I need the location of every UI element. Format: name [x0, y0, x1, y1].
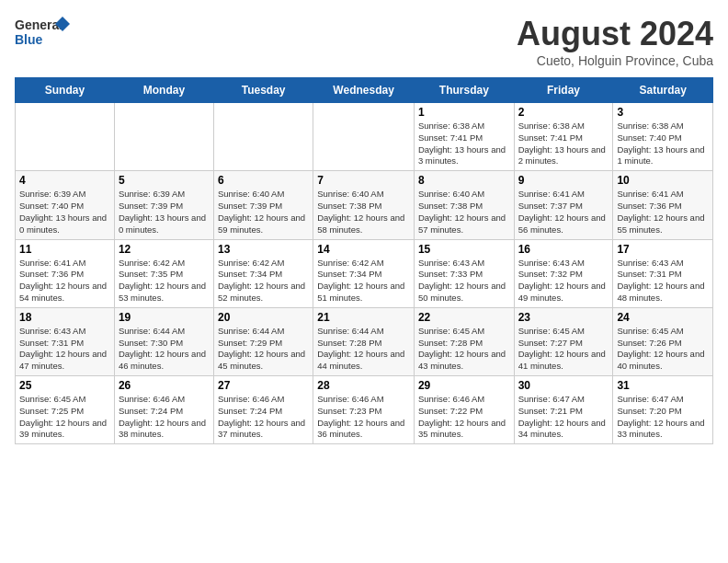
calendar-cell: 23Sunrise: 6:45 AMSunset: 7:27 PMDayligh… — [514, 307, 613, 375]
cell-info: Sunrise: 6:47 AMSunset: 7:20 PMDaylight:… — [617, 394, 709, 441]
calendar-cell: 1Sunrise: 6:38 AMSunset: 7:41 PMDaylight… — [414, 103, 514, 171]
calendar-cell — [16, 103, 115, 171]
day-number: 1 — [418, 106, 510, 119]
calendar-cell: 16Sunrise: 6:43 AMSunset: 7:32 PMDayligh… — [514, 239, 613, 307]
day-number: 5 — [119, 174, 210, 187]
calendar-cell: 26Sunrise: 6:46 AMSunset: 7:24 PMDayligh… — [114, 376, 213, 444]
cell-info: Sunrise: 6:39 AMSunset: 7:39 PMDaylight:… — [119, 189, 210, 236]
calendar-cell: 17Sunrise: 6:43 AMSunset: 7:31 PMDayligh… — [613, 239, 713, 307]
day-header-wednesday: Wednesday — [313, 78, 415, 103]
cell-info: Sunrise: 6:38 AMSunset: 7:41 PMDaylight:… — [418, 121, 510, 167]
day-number: 10 — [617, 174, 709, 187]
day-number: 20 — [218, 311, 309, 324]
logo: GeneralBlue — [15, 15, 70, 48]
calendar-cell: 21Sunrise: 6:44 AMSunset: 7:28 PMDayligh… — [313, 307, 415, 375]
calendar-cell: 18Sunrise: 6:43 AMSunset: 7:31 PMDayligh… — [16, 307, 115, 375]
day-number: 13 — [218, 243, 309, 256]
cell-info: Sunrise: 6:42 AMSunset: 7:34 PMDaylight:… — [317, 258, 410, 304]
calendar-cell — [114, 103, 213, 171]
day-number: 30 — [518, 379, 609, 392]
cell-info: Sunrise: 6:38 AMSunset: 7:40 PMDaylight:… — [617, 121, 709, 167]
cell-info: Sunrise: 6:46 AMSunset: 7:24 PMDaylight:… — [119, 394, 210, 441]
cell-info: Sunrise: 6:45 AMSunset: 7:28 PMDaylight:… — [418, 326, 510, 373]
calendar-cell: 29Sunrise: 6:46 AMSunset: 7:22 PMDayligh… — [414, 376, 514, 444]
calendar-cell: 14Sunrise: 6:42 AMSunset: 7:34 PMDayligh… — [313, 239, 415, 307]
day-number: 16 — [518, 243, 609, 256]
calendar-cell: 22Sunrise: 6:45 AMSunset: 7:28 PMDayligh… — [414, 307, 514, 375]
title-area: August 2024 Cueto, Holguin Province, Cub… — [517, 15, 713, 68]
calendar-cell: 12Sunrise: 6:42 AMSunset: 7:35 PMDayligh… — [114, 239, 213, 307]
day-header-sunday: Sunday — [16, 78, 115, 103]
cell-info: Sunrise: 6:45 AMSunset: 7:27 PMDaylight:… — [518, 326, 609, 373]
day-number: 17 — [617, 243, 709, 256]
calendar-cell: 20Sunrise: 6:44 AMSunset: 7:29 PMDayligh… — [213, 307, 313, 375]
page-title: August 2024 — [517, 15, 713, 53]
svg-text:Blue: Blue — [15, 32, 43, 47]
cell-info: Sunrise: 6:40 AMSunset: 7:39 PMDaylight:… — [218, 189, 309, 236]
day-number: 27 — [218, 379, 309, 392]
calendar-week-4: 18Sunrise: 6:43 AMSunset: 7:31 PMDayligh… — [16, 307, 713, 375]
page-subtitle: Cueto, Holguin Province, Cuba — [517, 53, 713, 68]
calendar-cell: 24Sunrise: 6:45 AMSunset: 7:26 PMDayligh… — [613, 307, 713, 375]
calendar-week-2: 4Sunrise: 6:39 AMSunset: 7:40 PMDaylight… — [16, 171, 713, 239]
day-header-tuesday: Tuesday — [213, 78, 313, 103]
day-header-row: SundayMondayTuesdayWednesdayThursdayFrid… — [16, 78, 713, 103]
cell-info: Sunrise: 6:44 AMSunset: 7:28 PMDaylight:… — [317, 326, 410, 373]
day-number: 22 — [418, 311, 510, 324]
calendar-cell: 7Sunrise: 6:40 AMSunset: 7:38 PMDaylight… — [313, 171, 415, 239]
cell-info: Sunrise: 6:47 AMSunset: 7:21 PMDaylight:… — [518, 394, 609, 441]
calendar-cell: 28Sunrise: 6:46 AMSunset: 7:23 PMDayligh… — [313, 376, 415, 444]
cell-info: Sunrise: 6:41 AMSunset: 7:36 PMDaylight:… — [19, 258, 110, 304]
day-header-saturday: Saturday — [613, 78, 713, 103]
cell-info: Sunrise: 6:44 AMSunset: 7:30 PMDaylight:… — [119, 326, 210, 373]
cell-info: Sunrise: 6:45 AMSunset: 7:26 PMDaylight:… — [617, 326, 709, 373]
day-number: 11 — [19, 243, 110, 256]
calendar-cell: 19Sunrise: 6:44 AMSunset: 7:30 PMDayligh… — [114, 307, 213, 375]
calendar-week-5: 25Sunrise: 6:45 AMSunset: 7:25 PMDayligh… — [16, 376, 713, 444]
day-number: 4 — [19, 174, 110, 187]
calendar-cell — [313, 103, 415, 171]
calendar-cell: 30Sunrise: 6:47 AMSunset: 7:21 PMDayligh… — [514, 376, 613, 444]
day-header-friday: Friday — [514, 78, 613, 103]
cell-info: Sunrise: 6:40 AMSunset: 7:38 PMDaylight:… — [317, 189, 410, 236]
cell-info: Sunrise: 6:38 AMSunset: 7:41 PMDaylight:… — [518, 121, 609, 167]
calendar-cell: 11Sunrise: 6:41 AMSunset: 7:36 PMDayligh… — [16, 239, 115, 307]
svg-text:General: General — [15, 17, 63, 32]
cell-info: Sunrise: 6:46 AMSunset: 7:23 PMDaylight:… — [317, 394, 410, 441]
day-number: 7 — [317, 174, 410, 187]
day-number: 25 — [19, 379, 110, 392]
cell-info: Sunrise: 6:45 AMSunset: 7:25 PMDaylight:… — [19, 394, 110, 441]
logo-svg: GeneralBlue — [15, 15, 70, 48]
cell-info: Sunrise: 6:41 AMSunset: 7:36 PMDaylight:… — [617, 189, 709, 236]
calendar-week-1: 1Sunrise: 6:38 AMSunset: 7:41 PMDaylight… — [16, 103, 713, 171]
calendar-cell: 4Sunrise: 6:39 AMSunset: 7:40 PMDaylight… — [16, 171, 115, 239]
cell-info: Sunrise: 6:43 AMSunset: 7:31 PMDaylight:… — [19, 326, 110, 373]
cell-info: Sunrise: 6:42 AMSunset: 7:34 PMDaylight:… — [218, 258, 309, 304]
calendar-cell: 27Sunrise: 6:46 AMSunset: 7:24 PMDayligh… — [213, 376, 313, 444]
page-header: GeneralBlue August 2024 Cueto, Holguin P… — [15, 15, 713, 68]
day-number: 3 — [617, 106, 709, 119]
day-number: 29 — [418, 379, 510, 392]
day-number: 28 — [317, 379, 410, 392]
cell-info: Sunrise: 6:40 AMSunset: 7:38 PMDaylight:… — [418, 189, 510, 236]
calendar-cell: 2Sunrise: 6:38 AMSunset: 7:41 PMDaylight… — [514, 103, 613, 171]
day-number: 15 — [418, 243, 510, 256]
calendar-table: SundayMondayTuesdayWednesdayThursdayFrid… — [15, 77, 713, 444]
day-number: 6 — [218, 174, 309, 187]
cell-info: Sunrise: 6:42 AMSunset: 7:35 PMDaylight:… — [119, 258, 210, 304]
day-number: 18 — [19, 311, 110, 324]
day-number: 23 — [518, 311, 609, 324]
day-number: 24 — [617, 311, 709, 324]
cell-info: Sunrise: 6:43 AMSunset: 7:31 PMDaylight:… — [617, 258, 709, 304]
calendar-cell: 3Sunrise: 6:38 AMSunset: 7:40 PMDaylight… — [613, 103, 713, 171]
day-number: 21 — [317, 311, 410, 324]
cell-info: Sunrise: 6:43 AMSunset: 7:33 PMDaylight:… — [418, 258, 510, 304]
day-header-thursday: Thursday — [414, 78, 514, 103]
calendar-week-3: 11Sunrise: 6:41 AMSunset: 7:36 PMDayligh… — [16, 239, 713, 307]
day-number: 2 — [518, 106, 609, 119]
calendar-cell: 8Sunrise: 6:40 AMSunset: 7:38 PMDaylight… — [414, 171, 514, 239]
calendar-cell: 6Sunrise: 6:40 AMSunset: 7:39 PMDaylight… — [213, 171, 313, 239]
cell-info: Sunrise: 6:46 AMSunset: 7:24 PMDaylight:… — [218, 394, 309, 441]
calendar-cell: 31Sunrise: 6:47 AMSunset: 7:20 PMDayligh… — [613, 376, 713, 444]
day-number: 8 — [418, 174, 510, 187]
